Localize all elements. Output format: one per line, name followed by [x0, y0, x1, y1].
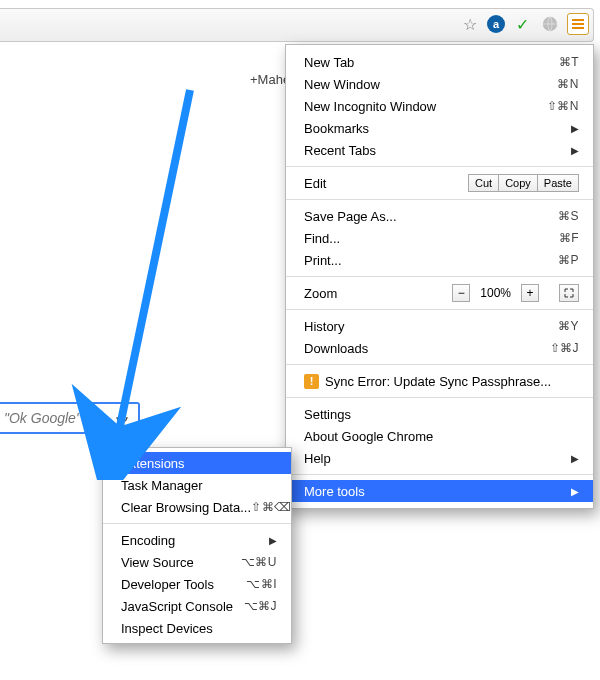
shortcut: ⌘N: [557, 77, 579, 91]
menu-sync-error[interactable]: !Sync Error: Update Sync Passphrase...: [286, 370, 593, 392]
label: Recent Tabs: [304, 143, 571, 158]
submenu-extensions[interactable]: Extensions: [103, 452, 291, 474]
label: Help: [304, 451, 571, 466]
shortcut: ⌘T: [559, 55, 579, 69]
label: Task Manager: [121, 478, 277, 493]
shortcut: ⌘F: [559, 231, 579, 245]
label: Save Page As...: [304, 209, 558, 224]
chevron-right-icon: ▶: [571, 145, 579, 156]
label: Bookmarks: [304, 121, 571, 136]
menu-help[interactable]: Help▶: [286, 447, 593, 469]
checkmark-icon[interactable]: ✓: [511, 13, 533, 35]
separator: [286, 276, 593, 277]
label: Extensions: [121, 456, 277, 471]
menu-new-tab[interactable]: New Tab⌘T: [286, 51, 593, 73]
submenu-js-console[interactable]: JavaScript Console⌥⌘J: [103, 595, 291, 617]
label: Print...: [304, 253, 558, 268]
paste-button[interactable]: Paste: [538, 174, 579, 192]
toolbar-icons: ☆ a ✓: [459, 13, 589, 35]
menu-settings[interactable]: Settings: [286, 403, 593, 425]
extension-a-icon[interactable]: a: [487, 15, 505, 33]
menu-print[interactable]: Print...⌘P: [286, 249, 593, 271]
menu-downloads[interactable]: Downloads⇧⌘J: [286, 337, 593, 359]
separator: [286, 364, 593, 365]
chevron-right-icon: ▶: [571, 453, 579, 464]
microphone-icon[interactable]: [112, 408, 132, 428]
label: Encoding: [121, 533, 269, 548]
svg-rect-1: [120, 410, 125, 419]
fullscreen-button[interactable]: [559, 284, 579, 302]
chevron-right-icon: ▶: [571, 486, 579, 497]
warning-icon: !: [304, 374, 319, 389]
separator: [286, 166, 593, 167]
shortcut: ⌘Y: [558, 319, 579, 333]
label: New Tab: [304, 55, 559, 70]
cut-button[interactable]: Cut: [468, 174, 499, 192]
menu-about[interactable]: About Google Chrome: [286, 425, 593, 447]
separator: [286, 474, 593, 475]
zoom-out-button[interactable]: −: [452, 284, 470, 302]
chrome-main-menu: New Tab⌘T New Window⌘N New Incognito Win…: [285, 44, 594, 509]
label: Clear Browsing Data...: [121, 500, 251, 515]
menu-edit: Edit Cut Copy Paste: [286, 172, 593, 194]
label: Downloads: [304, 341, 550, 356]
label: Developer Tools: [121, 577, 246, 592]
label: Settings: [304, 407, 579, 422]
label: View Source: [121, 555, 241, 570]
shortcut: ⇧⌘⌫: [251, 500, 292, 514]
menu-history[interactable]: History⌘Y: [286, 315, 593, 337]
menu-recent-tabs[interactable]: Recent Tabs▶: [286, 139, 593, 161]
chevron-right-icon: ▶: [269, 535, 277, 546]
submenu-view-source[interactable]: View Source⌥⌘U: [103, 551, 291, 573]
label: Find...: [304, 231, 559, 246]
chevron-right-icon: ▶: [571, 123, 579, 134]
label: Zoom: [304, 286, 452, 301]
separator: [286, 309, 593, 310]
label: Edit: [304, 176, 468, 191]
submenu-dev-tools[interactable]: Developer Tools⌥⌘I: [103, 573, 291, 595]
label: Inspect Devices: [121, 621, 277, 636]
menu-find[interactable]: Find...⌘F: [286, 227, 593, 249]
shortcut: ⌥⌘U: [241, 555, 277, 569]
search-input[interactable]: [0, 410, 112, 426]
shortcut: ⇧⌘J: [550, 341, 580, 355]
copy-button[interactable]: Copy: [499, 174, 538, 192]
star-icon[interactable]: ☆: [459, 13, 481, 35]
separator: [286, 199, 593, 200]
separator: [286, 397, 593, 398]
shortcut: ⌘P: [558, 253, 579, 267]
label: More tools: [304, 484, 571, 499]
label: New Window: [304, 77, 557, 92]
search-box[interactable]: [0, 402, 140, 434]
zoom-level: 100%: [476, 284, 515, 302]
menu-bookmarks[interactable]: Bookmarks▶: [286, 117, 593, 139]
menu-more-tools[interactable]: More tools▶: [286, 480, 593, 502]
shortcut: ⌥⌘I: [246, 577, 277, 591]
label: JavaScript Console: [121, 599, 244, 614]
zoom-in-button[interactable]: +: [521, 284, 539, 302]
label: About Google Chrome: [304, 429, 579, 444]
menu-zoom: Zoom − 100% +: [286, 282, 593, 304]
browser-toolbar: ☆ a ✓: [0, 8, 594, 42]
label: New Incognito Window: [304, 99, 547, 114]
submenu-clear-data[interactable]: Clear Browsing Data...⇧⌘⌫: [103, 496, 291, 518]
svg-line-2: [115, 90, 190, 450]
shortcut: ⇧⌘N: [547, 99, 579, 113]
shortcut: ⌥⌘J: [244, 599, 278, 613]
menu-incognito[interactable]: New Incognito Window⇧⌘N: [286, 95, 593, 117]
label: Sync Error: Update Sync Passphrase...: [325, 374, 579, 389]
submenu-inspect-devices[interactable]: Inspect Devices: [103, 617, 291, 639]
submenu-task-manager[interactable]: Task Manager: [103, 474, 291, 496]
more-tools-submenu: Extensions Task Manager Clear Browsing D…: [102, 447, 292, 644]
menu-save-page[interactable]: Save Page As...⌘S: [286, 205, 593, 227]
menu-new-window[interactable]: New Window⌘N: [286, 73, 593, 95]
extension-globe-icon[interactable]: [539, 13, 561, 35]
separator: [103, 523, 291, 524]
shortcut: ⌘S: [558, 209, 579, 223]
label: History: [304, 319, 558, 334]
hamburger-menu-icon[interactable]: [567, 13, 589, 35]
submenu-encoding[interactable]: Encoding▶: [103, 529, 291, 551]
